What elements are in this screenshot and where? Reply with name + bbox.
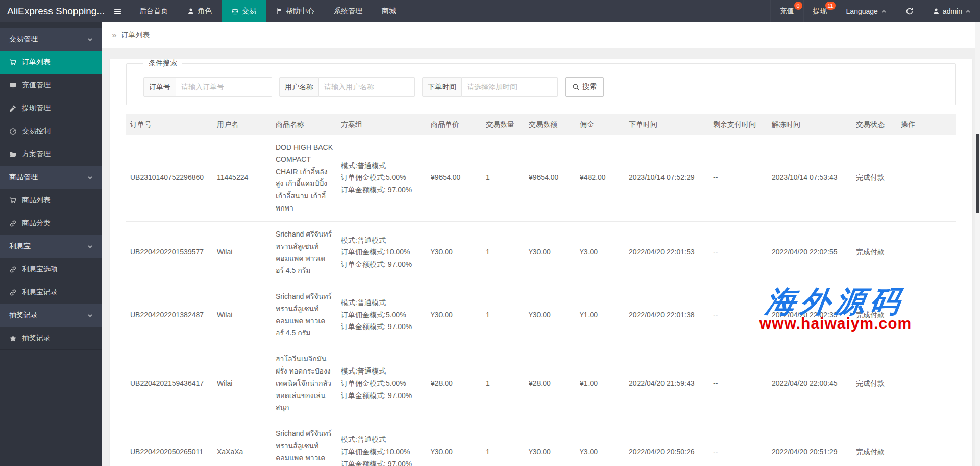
search-fieldset: 条件搜索 订单号用户名称下单时间 搜索 — [126, 59, 956, 105]
search-field-input[interactable] — [176, 77, 272, 97]
cell-amount: ¥9654.00 — [525, 135, 576, 221]
scale-icon — [231, 8, 239, 15]
orders-table: 订单号用户名商品名称方案组商品单价交易数量交易数额佣金下单时间剩余支付时间解冻时… — [126, 114, 956, 466]
plan-line: 订单金额模式: 97.00% — [341, 390, 423, 402]
cell-unfreeze-time: 2022/04/20 22:02:39 — [768, 284, 852, 346]
sidebar-group-label: 商品管理 — [9, 173, 38, 182]
cell-price: ¥30.00 — [427, 421, 482, 466]
cell-product: DOD HIGH BACK COMPACT CHAIR เก้าอี้หลังส… — [272, 135, 337, 221]
search-icon — [572, 83, 580, 91]
sidebar-item[interactable]: 充值管理 — [0, 74, 102, 97]
cell-action — [897, 421, 956, 466]
cell-plan: 模式:普通模式订单佣金模式:5.00%订单金额模式: 97.00% — [337, 284, 427, 346]
cell-order-time: 2022/04/20 22:01:38 — [625, 284, 709, 346]
board-icon — [9, 82, 17, 89]
sidebar-group-label: 交易管理 — [9, 35, 38, 44]
cell-plan: 模式:普通模式订单佣金模式:10.00%订单金额模式: 97.00% — [337, 421, 427, 466]
admin-dropdown[interactable]: admin — [923, 0, 980, 22]
sidebar-group-header[interactable]: 抽奖记录 — [0, 304, 102, 327]
vertical-scrollbar[interactable] — [975, 22, 980, 466]
cell-action — [897, 135, 956, 221]
nav-item[interactable]: 角色 — [178, 0, 222, 22]
refresh-button[interactable] — [896, 0, 923, 22]
nav-item-label: 帮助中心 — [286, 7, 314, 16]
cell-order-no: UB2204202201382487 — [126, 284, 213, 346]
orders-table-wrap: 订单号用户名商品名称方案组商品单价交易数量交易数额佣金下单时间剩余支付时间解冻时… — [126, 114, 956, 466]
cell-product: ฮาโลวีนเมจิกมันฝรั่ง ทอดกระป๋องง เทคนิคโ… — [272, 346, 337, 421]
nav-item[interactable]: 帮助中心 — [266, 0, 324, 22]
nav-item[interactable]: 商城 — [372, 0, 406, 22]
search-field-input[interactable] — [462, 77, 558, 97]
cell-price: ¥30.00 — [427, 284, 482, 346]
cell-remaining: -- — [709, 346, 768, 421]
nav-item[interactable]: 后台首页 — [130, 0, 178, 22]
table-row: UB2204202159436417Wilaiฮาโลวีนเมจิกมันฝร… — [126, 346, 956, 421]
sidebar-item[interactable]: 提现管理 — [0, 97, 102, 120]
search-button[interactable]: 搜索 — [565, 77, 604, 97]
plan-line: 订单佣金模式:5.00% — [341, 378, 423, 390]
topbar-right: 充值 0 提现 11 Language admin — [770, 0, 980, 22]
search-field-input[interactable] — [319, 77, 415, 97]
cell-amount: ¥30.00 — [525, 421, 576, 466]
plan-line: 订单金额模式: 97.00% — [341, 321, 423, 333]
cell-status: 完成付款 — [852, 135, 897, 221]
folder-icon — [9, 151, 17, 158]
sidebar-group-header[interactable]: 交易管理 — [0, 28, 102, 51]
language-dropdown[interactable]: Language — [837, 0, 896, 22]
app-logo: AliExpress Shopping... — [0, 0, 105, 22]
gauge-icon — [9, 128, 17, 135]
withdraw-button[interactable]: 提现 11 — [803, 0, 837, 22]
cell-plan: 模式:普通模式订单佣金模式:5.00%订单金额模式: 97.00% — [337, 346, 427, 421]
gavel-icon — [9, 105, 17, 112]
sidebar-item[interactable]: 交易控制 — [0, 120, 102, 143]
table-body: UB231014075229686011445224DOD HIGH BACK … — [126, 135, 956, 466]
cell-remaining: -- — [709, 135, 768, 221]
language-label: Language — [846, 7, 878, 15]
recharge-button[interactable]: 充值 0 — [770, 0, 803, 22]
plan-line: 模式:普通模式 — [341, 365, 423, 378]
sidebar-item[interactable]: 利息宝选项 — [0, 258, 102, 281]
cell-status: 完成付款 — [852, 346, 897, 421]
nav-item[interactable]: 交易 — [222, 0, 266, 22]
user-icon — [933, 8, 940, 15]
column-header: 操作 — [897, 114, 956, 135]
plan-line: 订单佣金模式:10.00% — [341, 246, 423, 259]
nav-item[interactable]: 系统管理 — [324, 0, 372, 22]
nav-item-label: 商城 — [382, 7, 396, 16]
column-header: 交易数额 — [525, 114, 576, 135]
chevron-down-icon — [87, 313, 93, 318]
cart-icon — [9, 59, 17, 66]
cell-qty: 1 — [482, 135, 525, 221]
plan-line: 订单佣金模式:10.00% — [341, 446, 423, 458]
main-area: » 订单列表 条件搜索 订单号用户名称下单时间 搜索 — [102, 22, 980, 466]
cell-commission: ¥1.00 — [576, 284, 625, 346]
cell-product: Srichand ศรีจันทร์ ทรานส์ลูเซนท์ คอมแพค … — [272, 221, 337, 284]
plan-line: 模式:普通模式 — [341, 297, 423, 309]
link-icon — [9, 266, 17, 273]
search-button-label: 搜索 — [582, 82, 597, 91]
scrollbar-thumb[interactable] — [976, 134, 979, 213]
cell-unfreeze-time: 2022/04/20 20:51:29 — [768, 421, 852, 466]
search-field: 下单时间 — [422, 77, 558, 97]
sidebar-group-header[interactable]: 商品管理 — [0, 166, 102, 189]
cell-order-no: UB2204202050265011 — [126, 421, 213, 466]
chevron-up-icon — [881, 9, 887, 14]
column-header: 交易状态 — [852, 114, 897, 135]
sidebar-item[interactable]: 抽奖记录 — [0, 327, 102, 350]
plan-line: 模式:普通模式 — [341, 235, 423, 247]
nav-item-label: 交易 — [242, 7, 256, 16]
admin-label: admin — [943, 7, 962, 15]
nav-item-label: 角色 — [198, 7, 212, 16]
cell-order-time: 2022/04/20 20:50:26 — [625, 421, 709, 466]
link-icon — [9, 220, 17, 227]
sidebar-item[interactable]: 商品分类 — [0, 212, 102, 235]
sidebar-group-header[interactable]: 利息宝 — [0, 235, 102, 258]
hamburger-menu-icon[interactable] — [105, 0, 130, 22]
recharge-label: 充值 — [780, 7, 794, 16]
sidebar-item[interactable]: 利息宝记录 — [0, 281, 102, 304]
sidebar-item[interactable]: 商品列表 — [0, 189, 102, 212]
cell-action — [897, 346, 956, 421]
plan-line: 订单佣金模式:5.00% — [341, 172, 423, 184]
sidebar-item[interactable]: 方案管理 — [0, 143, 102, 166]
sidebar-item[interactable]: 订单列表 — [0, 51, 102, 74]
